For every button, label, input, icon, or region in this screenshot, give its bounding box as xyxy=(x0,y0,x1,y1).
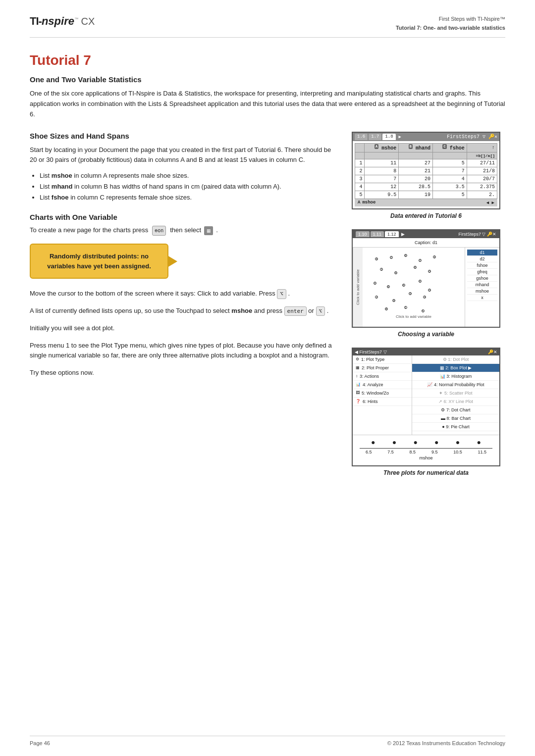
cell-mhand-3: 20 xyxy=(399,175,433,183)
dot: 8 xyxy=(385,307,388,310)
footer-copyright: © 2012 Texas Instruments Education Techn… xyxy=(387,740,505,746)
plot-caption: Three plots for numerical data xyxy=(347,469,505,476)
menu-label-4: 4: Analyze xyxy=(363,382,383,387)
table-caption: Data entered in Tutorial 6 xyxy=(347,212,505,219)
shoe-heading: Shoe Sizes and Hand Spans xyxy=(30,132,332,140)
x-label-8-5: 8.5 xyxy=(410,450,416,454)
plot-dot-2: ● xyxy=(392,438,396,446)
var-d2[interactable]: d2 xyxy=(467,256,497,262)
bullet-2: List mhand in column B has widths of han… xyxy=(40,181,332,192)
menu-sub-dot-plot[interactable]: ⚙ 1: Dot Plot xyxy=(412,355,499,364)
menu-sub-box-plot[interactable]: ▦ 2: Box Plot ▶ xyxy=(412,364,499,372)
table-row: 4 12 28.5 3.5 2.375 xyxy=(355,183,497,191)
menu-header: ◀ FirstSteps7 ▽ 🔑✕ xyxy=(353,349,499,355)
callout-wrapper: Randomly distributed points: no variable… xyxy=(30,244,332,279)
var-x[interactable]: x xyxy=(467,295,497,301)
formula-cell-c xyxy=(432,152,467,159)
menu-sub-icon-6: ↗ xyxy=(438,399,444,404)
cell-d-3: 20/7 xyxy=(467,175,497,183)
dot-plot-text: Initially you will see a dot plot. xyxy=(30,323,332,334)
period3: . xyxy=(327,307,329,314)
dot: 1 xyxy=(380,268,383,271)
menu-title: ◀ FirstSteps7 ▽ xyxy=(355,350,387,354)
cell-mhand-4: 28.5 xyxy=(399,183,433,191)
menu-item-window[interactable]: 🖼 5: Window/Zo xyxy=(353,389,412,398)
menu-item-plot-proper[interactable]: ▦ 2: Plot Proper xyxy=(353,364,412,372)
dot-row: ● ● ● ● ● ● xyxy=(358,438,494,446)
menu-sub-dot-chart[interactable]: ⚙ 7: Dot Chart xyxy=(412,406,499,414)
var-tab-1[interactable]: 1.10 xyxy=(356,231,370,237)
bottom-bar: A mshoe ◀ ▶ xyxy=(355,199,497,206)
menu-item-hints[interactable]: ❓ 6: Hints xyxy=(353,398,412,406)
var-fshoe[interactable]: fshoe xyxy=(467,262,497,269)
main-content: Shoe Sizes and Hand Spans Start by locat… xyxy=(30,132,505,486)
menu-sub-bar-chart[interactable]: ▬ 8: Bar Chart xyxy=(412,414,499,423)
plot-dot-6: ● xyxy=(477,438,481,446)
dot: 2 xyxy=(390,256,393,259)
var-tab-2[interactable]: 1.11 xyxy=(371,231,384,237)
var-mshoe[interactable]: mshoe xyxy=(467,288,497,295)
shoe-intro: Start by locating in your Document the p… xyxy=(30,145,332,166)
then-select-text: then select xyxy=(170,225,201,236)
menu-icon-3: ↕ xyxy=(356,374,358,378)
cell-mshoe-3: 7 xyxy=(365,175,399,183)
bottom-col-name: mshoe xyxy=(362,200,375,205)
table-row: 5 9.5 19 5 2. xyxy=(355,191,497,199)
var-mhand[interactable]: mhand xyxy=(467,282,497,288)
table-row: 2 8 21 7 21/8 xyxy=(355,167,497,175)
col-mshoe: A mshoe xyxy=(365,143,399,152)
left-column: Shoe Sizes and Hand Spans Start by locat… xyxy=(30,132,332,486)
row-num: 1 xyxy=(355,159,365,167)
var-tab-3[interactable]: 1.12 xyxy=(385,231,399,237)
pad-key: ⌥ xyxy=(316,306,325,316)
menu-sub-histogram[interactable]: 📊 3: Histogram xyxy=(412,372,499,381)
menu-sub-normal[interactable]: 📈 4: Normal Probability Plot xyxy=(412,381,499,389)
x-label-6-5: 6.5 xyxy=(366,450,372,454)
menu-item-actions[interactable]: ↕ 3: Actions xyxy=(353,372,412,381)
tab-1-7[interactable]: 1.7 xyxy=(369,134,381,140)
try-text: Try these options now. xyxy=(30,368,332,378)
var-gfreq[interactable]: gfreq xyxy=(467,269,497,275)
plot-type-text: Press menu 1 to see the Plot Type menu, … xyxy=(30,341,332,361)
menu-sub-xy[interactable]: ↗ 6: XY Line Plot xyxy=(412,398,499,406)
tab-1-8[interactable]: 1.8 xyxy=(382,134,395,140)
variable-caption: Choosing a variable xyxy=(347,331,505,338)
row-num: 2 xyxy=(355,167,365,175)
x-label-10-5: 10.5 xyxy=(453,450,462,454)
on-button[interactable]: ⊕on xyxy=(152,226,166,236)
var-list: d1 d2 fshoe gfreq gshoe mhand mshoe x xyxy=(465,248,499,327)
var-arrow: ▶ xyxy=(400,231,406,237)
footer-page: Page 46 xyxy=(30,740,50,746)
menu-item-plot-type[interactable]: ⚙ 1: Plot Type xyxy=(353,355,412,364)
cell-d-1: 27/11 xyxy=(467,159,497,167)
col-header-row xyxy=(355,143,365,152)
table-row: 3 7 20 4 20/7 xyxy=(355,175,497,183)
cell-fshoe-2: 7 xyxy=(432,167,467,175)
col-fshoe: C fshoe xyxy=(432,143,467,152)
menu-left: ⚙ 1: Plot Type ▦ 2: Plot Proper ↕ 3: Act… xyxy=(353,355,412,435)
charts-intro: To create a new page for the charts pres… xyxy=(30,225,332,236)
var-d1[interactable]: d1 xyxy=(467,250,497,256)
data-table: A mshoe B mhand C fshoe ↑ xyxy=(355,143,497,199)
variable-screenshot-wrapper: 1.10 1.11 1.12 ▶ FirstSteps7 ▽ 🔑✕ Captio… xyxy=(347,229,505,338)
period: . xyxy=(216,225,218,236)
charts-section: Charts with One Variable To create a new… xyxy=(30,213,332,378)
var-gshoe[interactable]: gshoe xyxy=(467,275,497,282)
dot: 1 xyxy=(404,306,407,309)
move-cursor-label: Move the cursor to the bottom of the scr… xyxy=(30,290,277,297)
menu-item-analyze[interactable]: 📊 4: Analyze xyxy=(353,381,412,389)
menu-sub-scatter[interactable]: ✦ 5: Scatter Plot xyxy=(412,389,499,398)
col-mhand: B mhand xyxy=(399,143,433,152)
x-label-11-5: 11.5 xyxy=(478,450,487,454)
header-subtitle1: First Steps with TI-Nspire™ xyxy=(396,15,505,24)
menu-sub-pie-chart[interactable]: ● 9: Pie Chart xyxy=(412,423,499,431)
tab-1-6[interactable]: 1.6 xyxy=(355,134,368,140)
menu-sub-icon-5: ✦ xyxy=(439,391,444,396)
cell-mhand-5: 19 xyxy=(399,191,433,199)
menu-sub-icon-7: ⚙ xyxy=(441,407,446,412)
menu-label-3: 3: Actions xyxy=(360,374,379,379)
cell-mshoe-5: 9.5 xyxy=(365,191,399,199)
dot: 6 xyxy=(392,299,395,302)
ti-title-area: FirstSteps7 ▽ 🔑✕ xyxy=(447,134,497,140)
plot-dot-3: ● xyxy=(413,438,417,446)
